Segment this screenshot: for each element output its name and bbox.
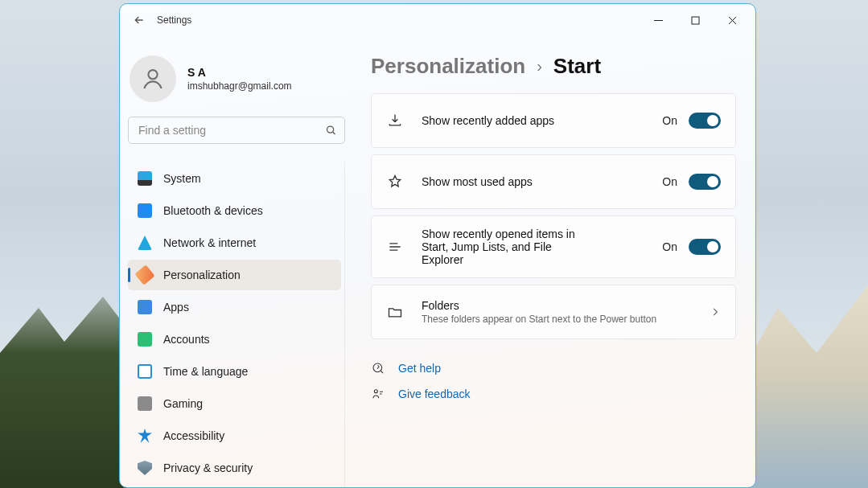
profile[interactable]: S A imshubhagr@gmail.com (130, 55, 345, 102)
sidebar-item-label: Apps (163, 301, 189, 314)
sidebar-item-personalization[interactable]: Personalization (128, 260, 341, 290)
search-icon (325, 125, 337, 137)
accessibility-icon (138, 429, 152, 443)
brush-icon (134, 265, 154, 285)
sidebar-item-gaming[interactable]: Gaming (128, 388, 341, 419)
chevron-right-icon (710, 306, 721, 318)
sidebar-item-system[interactable]: System (128, 163, 341, 194)
get-help-link[interactable]: Get help (398, 362, 441, 375)
sidebar-item-privacy[interactable]: Privacy & security (128, 453, 341, 483)
wifi-icon (138, 236, 152, 250)
setting-label: Folders (422, 299, 710, 312)
toggle-state: On (662, 240, 677, 253)
setting-most-used: Show most used apps On (371, 154, 736, 209)
minimize-button[interactable] (640, 7, 677, 33)
quick-links: Get help Give feedback (371, 355, 736, 407)
sidebar-item-label: Gaming (163, 397, 203, 410)
folder-icon (386, 303, 404, 321)
help-icon (371, 361, 385, 375)
sidebar-item-label: Network & internet (163, 236, 256, 249)
setting-recent-items: Show recently opened items in Start, Jum… (371, 215, 736, 278)
wallpaper-trees (0, 263, 129, 488)
search-input[interactable] (128, 117, 345, 144)
toggle-state: On (662, 175, 677, 188)
feedback-icon (371, 387, 385, 401)
svg-point-2 (327, 126, 334, 133)
content-pane: Personalization › Start Show recently ad… (353, 36, 755, 487)
star-icon (386, 173, 404, 191)
sidebar-item-accessibility[interactable]: Accessibility (128, 420, 341, 451)
toggle-recent-items[interactable] (689, 239, 721, 255)
titlebar: Settings (120, 4, 755, 36)
sidebar-item-label: Bluetooth & devices (163, 204, 263, 217)
svg-rect-0 (692, 17, 699, 24)
sidebar-item-bluetooth[interactable]: Bluetooth & devices (128, 195, 341, 226)
sidebar-item-label: Privacy & security (163, 461, 253, 474)
close-button[interactable] (714, 7, 751, 33)
back-button[interactable] (128, 9, 150, 31)
sidebar-item-accounts[interactable]: Accounts (128, 324, 341, 355)
svg-point-1 (148, 70, 157, 79)
setting-recently-added: Show recently added apps On (371, 93, 736, 148)
wallpaper-dunes (739, 263, 868, 488)
sidebar-item-network[interactable]: Network & internet (128, 228, 341, 258)
svg-point-3 (373, 363, 382, 372)
sidebar-item-label: Accessibility (163, 429, 224, 442)
app-title: Settings (157, 14, 191, 26)
display-icon (138, 171, 152, 186)
sidebar-item-label: Personalization (163, 269, 241, 281)
profile-name: S A (187, 66, 292, 79)
setting-folders[interactable]: Folders These folders appear on Start ne… (371, 285, 736, 339)
setting-label: Show recently opened items in Start, Jum… (422, 228, 590, 266)
maximize-button[interactable] (677, 7, 714, 33)
setting-label: Show recently added apps (422, 114, 662, 127)
sidebar-item-label: Accounts (163, 333, 210, 346)
chevron-right-icon: › (537, 57, 542, 76)
setting-sublabel: These folders appear on Start next to th… (422, 314, 710, 325)
feedback-link-row: Give feedback (371, 381, 736, 407)
clock-icon (138, 364, 152, 379)
apps-icon (138, 300, 152, 314)
download-icon (386, 112, 404, 129)
sidebar-item-apps[interactable]: Apps (128, 292, 341, 322)
list-icon (386, 238, 404, 256)
gamepad-icon (138, 396, 152, 411)
toggle-most-used[interactable] (689, 174, 721, 190)
breadcrumb: Personalization › Start (371, 54, 736, 79)
settings-window: Settings S A imshubhagr@gmail.com (119, 3, 756, 488)
toggle-recently-added[interactable] (689, 113, 721, 129)
shield-icon (138, 461, 152, 475)
sidebar-item-time[interactable]: Time & language (128, 356, 341, 387)
give-feedback-link[interactable]: Give feedback (398, 388, 471, 400)
sidebar-item-label: Time & language (163, 365, 248, 378)
svg-point-4 (374, 390, 377, 393)
profile-email: imshubhagr@gmail.com (187, 80, 292, 92)
breadcrumb-parent[interactable]: Personalization (371, 54, 525, 79)
sidebar: S A imshubhagr@gmail.com System Bluetoot… (120, 36, 353, 487)
toggle-state: On (662, 114, 677, 127)
nav-list: System Bluetooth & devices Network & int… (128, 162, 345, 487)
setting-label: Show most used apps (422, 175, 662, 188)
sidebar-item-label: System (163, 172, 201, 185)
bluetooth-icon (138, 203, 152, 218)
help-link-row: Get help (371, 355, 736, 381)
person-icon (138, 332, 152, 347)
avatar (130, 55, 176, 102)
page-title: Start (553, 54, 601, 79)
window-controls (640, 7, 751, 33)
search-box (128, 117, 345, 144)
